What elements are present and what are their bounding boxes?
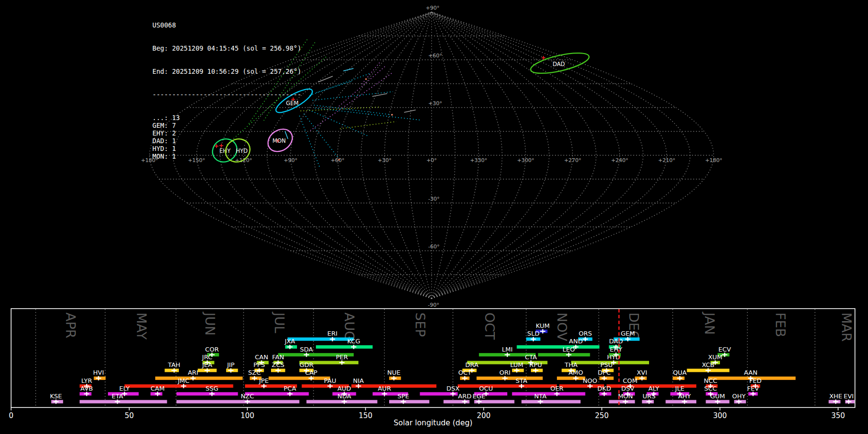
shower-label-sld: SLD [527, 330, 540, 337]
shower-label-ncc: NCC [704, 377, 717, 384]
shower-bar-eri [287, 338, 353, 341]
shower-label-dsv: DSV [621, 385, 634, 392]
shower-label-lyr: LYR [81, 377, 93, 384]
shower-label-lum: LUM [510, 361, 523, 368]
axis-tick-label: 250 [595, 411, 609, 420]
shower-bar-mon [609, 400, 635, 403]
shower-label-eta: ETA [111, 393, 123, 400]
shower-label-per: PER [336, 353, 348, 361]
shower-label-psu: PSU [600, 361, 613, 368]
shower-label-aan: AAN [744, 369, 758, 376]
shower-bar-and [517, 345, 600, 349]
shower-label-evi: EVI [844, 393, 854, 400]
shower-bar-ori [476, 377, 542, 380]
shower-label-oer: OER [550, 385, 563, 392]
shower-label-jpe: JPE [258, 377, 269, 384]
meteor-trail [300, 107, 379, 111]
shower-label-pau: PAU [324, 377, 336, 384]
shower-label-gdr: GDR [299, 361, 313, 368]
shower-bar-leo [538, 353, 590, 356]
shower-label-aly: ALY [649, 385, 659, 392]
trail-end-dot [392, 114, 393, 116]
grid-meridian [432, 12, 596, 298]
shower-label-dra: DRA [465, 361, 479, 368]
shower-label-kse: KSE [50, 393, 62, 400]
meteor-trail [361, 63, 380, 85]
shower-label-fed: FED [749, 377, 762, 384]
meteor-trail [304, 114, 339, 159]
shower-label-spe: SPE [397, 393, 409, 400]
shower-label-rpu: RPU [529, 361, 542, 368]
month-label: SEP [413, 312, 428, 337]
shower-bar-spe [389, 400, 429, 403]
shower-label-jea: JEA [202, 361, 212, 368]
dec-grid-label: +60° [428, 53, 442, 59]
grid-meridian [432, 12, 667, 298]
shower-label-xvi: XVI [637, 369, 647, 376]
shower-label-fev: FEV [747, 385, 759, 392]
meteor-trail [318, 76, 333, 82]
shower-label-nta: NTA [534, 393, 547, 400]
shower-label-cam: CAM [150, 385, 164, 392]
dec-grid-label: -60° [428, 244, 439, 250]
shower-bar-sta [458, 384, 557, 388]
trail-end-dot [339, 159, 340, 161]
shower-label-xum: XUM [708, 353, 722, 361]
shower-label-dkd: DKD [597, 385, 611, 392]
ra-grid-label: +240° [611, 157, 628, 163]
shower-label-nia: NIA [353, 377, 364, 384]
shower-label-cor: COR [205, 346, 218, 353]
shower-label-leo: LEO [563, 346, 575, 353]
shower-label-ori: ORI [500, 369, 511, 376]
shower-label-sda: SDA [300, 346, 313, 353]
shower-label-sta: STA [515, 377, 527, 384]
axis-tick-label: 0 [9, 411, 14, 420]
shower-label-ely: ELY [119, 385, 130, 392]
shower-label-jip: JIP [227, 361, 235, 368]
x-axis-title: Solar longitude (deg) [393, 419, 473, 427]
shower-label-can: CAN [255, 353, 269, 361]
meteor-trail [299, 116, 320, 167]
meteor-trail [309, 110, 368, 136]
meteor-trail [340, 122, 396, 129]
shower-count-row: GEM: 7 [152, 122, 301, 129]
shower-count-row: DAD: 1 [152, 137, 301, 145]
shower-label-cta: CTA [525, 353, 537, 361]
ra-grid-label: +300° [517, 157, 534, 163]
ra-grid-label: +270° [564, 157, 582, 163]
radiant-label-dad: DAD [553, 61, 565, 68]
plot-canvas: +180°+150°+120°+90°+60°+30°+0°+330°+300°… [0, 0, 868, 434]
shower-count-row: ...: 13 [152, 114, 301, 122]
shower-label-ahy: AHY [678, 393, 691, 400]
shower-label-jmc: JMC [177, 377, 190, 384]
shower-bar-amo [557, 377, 585, 380]
shower-label-aud: AUD [338, 385, 351, 392]
shower-label-ocu: OCU [479, 385, 493, 392]
shower-label-tah: TAH [167, 361, 180, 368]
shower-label-jle: JLE [675, 385, 684, 392]
shower-label-hyd: HYD [607, 353, 621, 361]
shower-label-fan: FAN [272, 353, 284, 361]
shower-label-szc: SZC [248, 369, 261, 376]
shower-label-ard: ARD [458, 393, 472, 400]
shower-bar-nia [352, 384, 436, 388]
shower-bar-ahy [665, 400, 696, 403]
meteor-trail [310, 73, 370, 95]
shower-label-nue: NUE [387, 369, 400, 376]
meteor-trail [338, 67, 385, 107]
shower-label-nda: NDA [338, 393, 352, 400]
month-label: JAN [702, 312, 717, 335]
info-panel: US0068 Beg: 20251209 04:15:45 (sol = 256… [152, 6, 301, 168]
shower-label-urs: URS [643, 393, 656, 400]
begin-time-line: Beg: 20251209 04:15:45 (sol = 256.98°) [152, 44, 301, 52]
separator-line: -------------------------------------- [152, 91, 301, 98]
shower-label-ecv: ECV [719, 346, 731, 353]
shower-label-ege: EGE [473, 393, 486, 400]
shower-bar-cap [269, 377, 330, 380]
south-pole-label: -90° [428, 302, 439, 308]
shower-label-nzc: NZC [241, 393, 254, 400]
meteor-trail [343, 68, 353, 71]
shower-label-hvi: HVI [93, 369, 104, 376]
shower-bar-eta [80, 400, 167, 403]
month-label: JUL [272, 312, 287, 333]
